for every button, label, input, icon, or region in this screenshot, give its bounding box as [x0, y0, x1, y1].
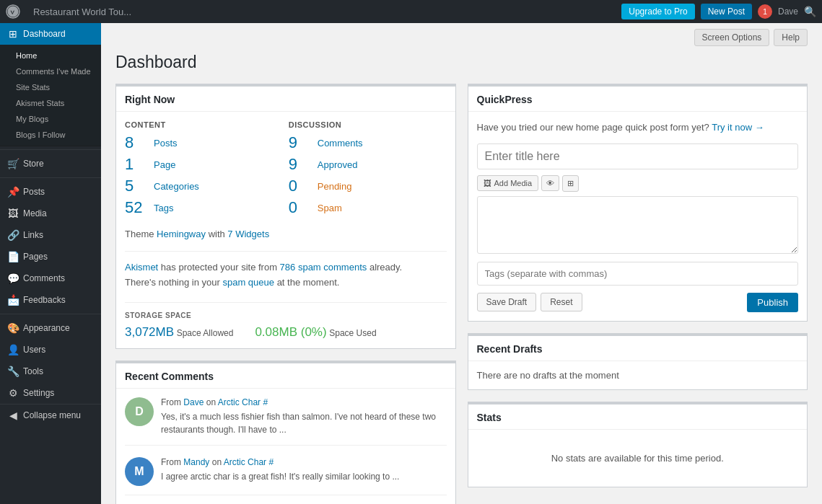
sidebar-label-tools: Tools [23, 366, 43, 376]
content-wrap: Dashboard Right Now CONTENT 8 [101, 46, 822, 504]
theme-name-link[interactable]: Hemingway [157, 229, 206, 239]
quickpress-content-wrap: Have you tried our new home page quick p… [468, 112, 808, 321]
sidebar-item-settings[interactable]: ⚙ Settings [0, 382, 101, 404]
comment-author-1[interactable]: Dave [183, 397, 204, 407]
sidebar-item-links[interactable]: 🔗 Links [0, 224, 101, 246]
page-title: Dashboard [115, 46, 808, 75]
approved-link[interactable]: Approved [318, 159, 358, 170]
try-now-link[interactable]: Try it now → [712, 122, 764, 133]
sidebar-bottom: ◀ Collapse menu [0, 404, 101, 426]
collapse-menu-button[interactable]: ◀ Collapse menu [0, 404, 101, 426]
quickpress-title: QuickPress [468, 87, 808, 112]
pending-link[interactable]: Pending [318, 181, 352, 192]
sidebar-item-feedbacks[interactable]: 📩 Feedbacks [0, 289, 101, 311]
theme-connector: with [209, 229, 228, 239]
comment-post-2[interactable]: Arctic Char # [224, 457, 274, 467]
categories-link[interactable]: Categories [154, 181, 199, 192]
pages-link[interactable]: Page [154, 159, 175, 170]
tools-icon: 🔧 [7, 366, 19, 377]
recent-comments-content: D From Dave on Arctic Char # Yes, it's a… [116, 389, 455, 504]
publish-button[interactable]: Publish [747, 293, 798, 312]
akismet-link[interactable]: Akismet [125, 262, 158, 273]
feedbacks-icon: 📩 [7, 294, 19, 306]
recent-drafts-widget: Recent Drafts There are no drafts at the… [468, 333, 808, 390]
submenu-item-blogs-follow[interactable]: Blogs I Follow [0, 127, 101, 143]
storage-allowed-size: 3,072MB [125, 325, 174, 339]
stats-title: Stats [468, 404, 808, 430]
submenu-item-my-blogs[interactable]: My Blogs [0, 111, 101, 127]
sidebar-item-store[interactable]: 🛒 Store [0, 153, 101, 174]
stat-row-tags: 52 Tags [125, 198, 283, 217]
comment-meta-2: From Mandy on Arctic Char # [161, 457, 399, 467]
comments-icon: 💬 [7, 273, 19, 284]
quickpress-intro: Have you tried our new home page quick p… [477, 120, 799, 135]
screen-options-button[interactable]: Screen Options [694, 29, 770, 46]
storage-used-label: Space Used [329, 328, 376, 338]
dashboard-icon: ⊞ [7, 28, 19, 40]
content-heading: CONTENT [125, 120, 283, 129]
right-column: QuickPress Have you tried our new home p… [468, 84, 808, 504]
wp-logo[interactable] [6, 4, 20, 19]
quickpress-tags-input[interactable] [477, 262, 799, 286]
sidebar-item-tools[interactable]: 🔧 Tools [0, 361, 101, 382]
discussion-section: DISCUSSION 9 Comments 9 Approved [289, 120, 447, 220]
media-icon: 🖼 [7, 208, 19, 219]
add-media-label: Add Media [494, 179, 533, 187]
widgets-link[interactable]: 7 Widgets [227, 229, 269, 239]
sidebar-item-pages[interactable]: 📄 Pages [0, 246, 101, 268]
sidebar-item-users[interactable]: 👤 Users [0, 339, 101, 361]
spam-count-link[interactable]: 786 spam comments [280, 262, 367, 273]
quickpress-body-input[interactable] [477, 196, 799, 254]
spam-link[interactable]: Spam [318, 203, 342, 213]
right-now-title: Right Now [116, 87, 455, 112]
notification-icon[interactable]: 1 [758, 4, 772, 19]
menu-separator-3 [0, 314, 101, 314]
save-draft-button[interactable]: Save Draft [477, 293, 537, 311]
text-editor-button[interactable]: ⊞ [562, 175, 579, 192]
submenu-item-akismet-stats[interactable]: Akismet Stats [0, 95, 101, 111]
new-post-button[interactable]: New Post [701, 4, 752, 19]
sidebar-item-comments[interactable]: 💬 Comments [0, 268, 101, 289]
stat-row-pages: 1 Page [125, 155, 283, 174]
spam-queue-link[interactable]: spam queue [222, 277, 274, 288]
storage-used-size: 0.08MB (0%) [255, 325, 326, 339]
sidebar-item-posts[interactable]: 📌 Posts [0, 181, 101, 203]
content-header: Screen Options Help [101, 23, 822, 46]
tags-link[interactable]: Tags [154, 203, 173, 213]
sidebar-label-dashboard: Dashboard [23, 29, 66, 39]
stat-row-pending: 0 Pending [289, 177, 447, 195]
sidebar-item-media[interactable]: 🖼 Media [0, 203, 101, 224]
dashboard-grid: Right Now CONTENT 8 Posts [115, 84, 808, 504]
sidebar-item-appearance[interactable]: 🎨 Appearance [0, 317, 101, 339]
storage-used-item: 0.08MB (0%) Space Used [255, 325, 376, 340]
quickpress-title-input[interactable] [477, 143, 799, 169]
comment-author-2[interactable]: Mandy [183, 457, 209, 467]
visual-editor-button[interactable]: 👁 [541, 175, 559, 191]
wp-wrap: ⊞ Dashboard Home Comments I've Made Site… [0, 23, 822, 504]
user-menu[interactable]: Dave [778, 6, 798, 17]
site-name[interactable]: Restaurant World Tou... [26, 6, 139, 17]
submenu-item-home[interactable]: Home [0, 48, 101, 63]
quickpress-intro-text: Have you tried our new home page quick p… [477, 122, 709, 133]
comment-post-1[interactable]: Arctic Char # [218, 397, 268, 407]
stat-row-categories: 5 Categories [125, 177, 283, 195]
submenu-item-site-stats[interactable]: Site Stats [0, 79, 101, 95]
links-icon: 🔗 [7, 229, 19, 241]
recent-drafts-title: Recent Drafts [468, 336, 808, 361]
comment-text-1: Yes, it's a much less fishier fish than … [161, 410, 447, 436]
storage-allowed-label: Space Allowed [177, 328, 234, 338]
sidebar-label-media: Media [23, 208, 47, 218]
add-media-button[interactable]: 🖼 Add Media [477, 175, 539, 191]
reset-button[interactable]: Reset [541, 293, 582, 311]
upgrade-button[interactable]: Upgrade to Pro [621, 4, 694, 19]
comments-link[interactable]: Comments [318, 138, 363, 149]
posts-link[interactable]: Posts [154, 138, 178, 149]
approved-count: 9 [289, 155, 318, 174]
sidebar-item-dashboard[interactable]: ⊞ Dashboard [0, 23, 101, 45]
no-stats-text: No stats are available for this time per… [477, 438, 799, 478]
search-icon[interactable]: 🔍 [804, 6, 816, 17]
help-button[interactable]: Help [774, 29, 808, 46]
submenu-item-comments[interactable]: Comments I've Made [0, 63, 101, 79]
left-column: Right Now CONTENT 8 Posts [115, 84, 456, 504]
stat-row-approved: 9 Approved [289, 155, 447, 174]
